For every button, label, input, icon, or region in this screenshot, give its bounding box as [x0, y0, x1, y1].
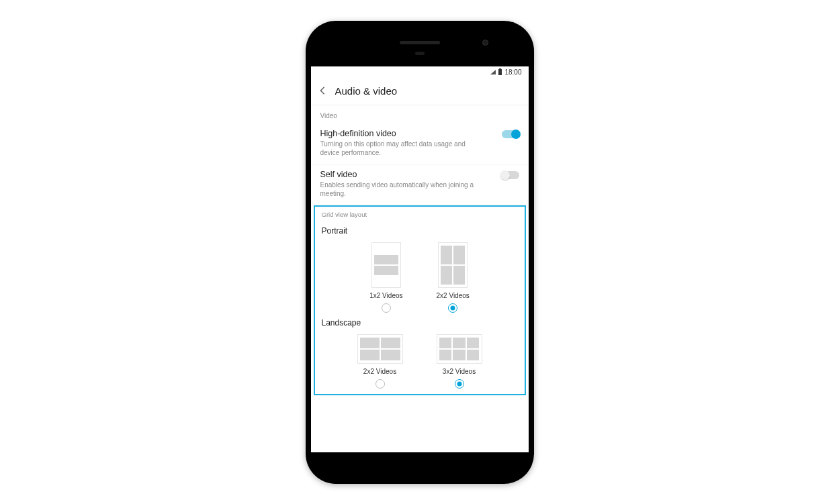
landscape-2x2-label: 2x2 Videos [363, 368, 396, 375]
hd-video-title: High-definition video [320, 129, 519, 138]
hd-video-desc: Turning on this option may affect data u… [320, 140, 519, 157]
self-video-title: Self video [320, 170, 519, 179]
landscape-2x2-radio[interactable] [376, 379, 385, 389]
layout-thumb-3x2-icon [437, 334, 482, 364]
status-time: 18:00 [504, 68, 521, 76]
page-title: Audio & video [335, 85, 398, 97]
portrait-options: 1x2 Videos 2x2 Videos [315, 240, 525, 313]
portrait-label: Portrait [315, 221, 525, 240]
landscape-options: 2x2 Videos 3x2 Videos [315, 332, 525, 389]
portrait-1x2-label: 1x2 Videos [369, 292, 402, 299]
signal-icon [490, 70, 496, 74]
grid-section-header: Grid view layout [315, 207, 525, 221]
front-camera-icon [482, 40, 488, 46]
phone-inner-frame: 18:00 Audio & video Video High-definitio… [311, 26, 529, 478]
battery-icon [498, 69, 502, 75]
self-video-row[interactable]: Self video Enables sending video automat… [311, 164, 529, 205]
landscape-label: Landscape [315, 313, 525, 332]
video-section-header: Video [311, 105, 529, 123]
landscape-3x2-radio[interactable] [455, 379, 464, 389]
app-bar: Audio & video [311, 79, 529, 105]
sensor-notch [415, 52, 425, 55]
landscape-2x2-option[interactable]: 2x2 Videos [357, 334, 403, 389]
grid-view-highlight: Grid view layout Portrait 1x2 Videos [314, 205, 526, 395]
portrait-2x2-option[interactable]: 2x2 Videos [437, 242, 470, 313]
landscape-3x2-option[interactable]: 3x2 Videos [437, 334, 482, 389]
self-video-desc: Enables sending video automatically when… [320, 181, 519, 198]
phone-screen: 18:00 Audio & video Video High-definitio… [311, 66, 529, 452]
portrait-1x2-option[interactable]: 1x2 Videos [369, 242, 402, 313]
back-icon[interactable] [319, 86, 326, 95]
phone-device-frame: 18:00 Audio & video Video High-definitio… [306, 21, 534, 484]
self-video-toggle[interactable] [502, 171, 519, 179]
hd-video-toggle[interactable] [502, 130, 519, 138]
phone-top-bezel [311, 26, 529, 66]
status-bar: 18:00 [311, 66, 529, 79]
portrait-1x2-radio[interactable] [382, 303, 391, 313]
hd-video-row[interactable]: High-definition video Turning on this op… [311, 123, 529, 164]
phone-bottom-bezel [311, 452, 529, 478]
landscape-3x2-label: 3x2 Videos [443, 368, 476, 375]
portrait-2x2-label: 2x2 Videos [437, 292, 470, 299]
layout-thumb-2x2-icon [438, 242, 468, 288]
speaker-grille [400, 41, 440, 44]
layout-thumb-1x2-icon [371, 242, 401, 288]
portrait-2x2-radio[interactable] [448, 303, 457, 313]
layout-thumb-2x2l-icon [357, 334, 403, 364]
